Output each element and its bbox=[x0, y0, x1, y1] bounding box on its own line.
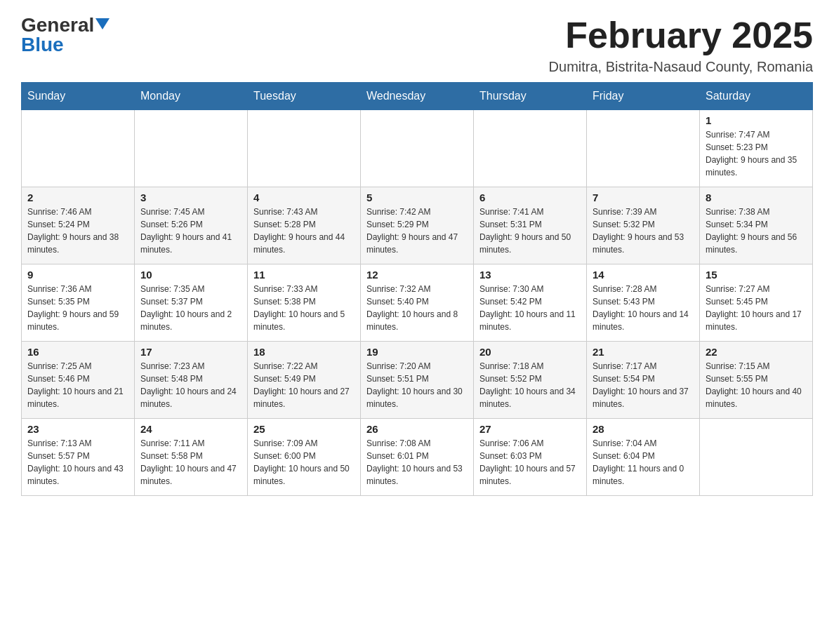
day-info: Sunrise: 7:41 AM Sunset: 5:31 PM Dayligh… bbox=[479, 206, 581, 256]
calendar-cell bbox=[22, 110, 135, 187]
day-number: 20 bbox=[479, 346, 581, 358]
day-number: 24 bbox=[140, 423, 241, 435]
day-info: Sunrise: 7:25 AM Sunset: 5:46 PM Dayligh… bbox=[27, 360, 128, 410]
day-number: 19 bbox=[366, 346, 468, 358]
month-title: February 2025 bbox=[549, 14, 813, 56]
calendar-header-saturday: Saturday bbox=[700, 83, 813, 110]
day-number: 1 bbox=[706, 114, 807, 126]
day-number: 21 bbox=[593, 346, 694, 358]
calendar-cell: 3Sunrise: 7:45 AM Sunset: 5:26 PM Daylig… bbox=[135, 187, 248, 264]
day-info: Sunrise: 7:23 AM Sunset: 5:48 PM Dayligh… bbox=[140, 360, 241, 410]
calendar-cell: 15Sunrise: 7:27 AM Sunset: 5:45 PM Dayli… bbox=[700, 264, 813, 342]
calendar-cell bbox=[700, 419, 813, 496]
calendar-cell: 2Sunrise: 7:46 AM Sunset: 5:24 PM Daylig… bbox=[22, 187, 135, 264]
calendar-cell: 7Sunrise: 7:39 AM Sunset: 5:32 PM Daylig… bbox=[587, 187, 700, 264]
calendar-cell: 5Sunrise: 7:42 AM Sunset: 5:29 PM Daylig… bbox=[361, 187, 474, 264]
calendar-cell: 8Sunrise: 7:38 AM Sunset: 5:34 PM Daylig… bbox=[700, 187, 813, 264]
calendar-cell: 26Sunrise: 7:08 AM Sunset: 6:01 PM Dayli… bbox=[361, 419, 474, 496]
day-info: Sunrise: 7:04 AM Sunset: 6:04 PM Dayligh… bbox=[593, 437, 694, 488]
calendar-cell: 19Sunrise: 7:20 AM Sunset: 5:51 PM Dayli… bbox=[361, 342, 474, 419]
day-number: 16 bbox=[27, 346, 128, 358]
calendar-cell bbox=[587, 110, 700, 187]
calendar-header-wednesday: Wednesday bbox=[361, 83, 474, 110]
day-number: 27 bbox=[479, 423, 581, 435]
day-number: 22 bbox=[706, 346, 807, 358]
calendar-cell bbox=[248, 110, 361, 187]
day-info: Sunrise: 7:30 AM Sunset: 5:42 PM Dayligh… bbox=[479, 283, 581, 333]
calendar-cell: 27Sunrise: 7:06 AM Sunset: 6:03 PM Dayli… bbox=[474, 419, 587, 496]
calendar-header-sunday: Sunday bbox=[22, 83, 135, 110]
calendar-cell bbox=[361, 110, 474, 187]
calendar-cell: 22Sunrise: 7:15 AM Sunset: 5:55 PM Dayli… bbox=[700, 342, 813, 419]
calendar-cell: 11Sunrise: 7:33 AM Sunset: 5:38 PM Dayli… bbox=[248, 264, 361, 342]
day-number: 7 bbox=[593, 192, 694, 203]
day-number: 9 bbox=[27, 269, 128, 281]
calendar-cell: 10Sunrise: 7:35 AM Sunset: 5:37 PM Dayli… bbox=[135, 264, 248, 342]
calendar-header-row: SundayMondayTuesdayWednesdayThursdayFrid… bbox=[22, 83, 813, 110]
calendar-cell: 6Sunrise: 7:41 AM Sunset: 5:31 PM Daylig… bbox=[474, 187, 587, 264]
day-info: Sunrise: 7:11 AM Sunset: 5:58 PM Dayligh… bbox=[140, 437, 241, 488]
day-number: 14 bbox=[593, 269, 694, 281]
day-number: 25 bbox=[253, 423, 355, 435]
calendar-week-row: 2Sunrise: 7:46 AM Sunset: 5:24 PM Daylig… bbox=[22, 187, 813, 264]
day-info: Sunrise: 7:15 AM Sunset: 5:55 PM Dayligh… bbox=[706, 360, 807, 410]
calendar-cell: 12Sunrise: 7:32 AM Sunset: 5:40 PM Dayli… bbox=[361, 264, 474, 342]
calendar-cell: 16Sunrise: 7:25 AM Sunset: 5:46 PM Dayli… bbox=[22, 342, 135, 419]
calendar-cell: 28Sunrise: 7:04 AM Sunset: 6:04 PM Dayli… bbox=[587, 419, 700, 496]
day-number: 10 bbox=[140, 269, 241, 281]
day-number: 23 bbox=[27, 423, 128, 435]
calendar-header-thursday: Thursday bbox=[474, 83, 587, 110]
day-info: Sunrise: 7:32 AM Sunset: 5:40 PM Dayligh… bbox=[366, 283, 468, 333]
page-header: General Blue February 2025 Dumitra, Bist… bbox=[21, 14, 813, 75]
day-info: Sunrise: 7:36 AM Sunset: 5:35 PM Dayligh… bbox=[27, 283, 128, 333]
day-info: Sunrise: 7:27 AM Sunset: 5:45 PM Dayligh… bbox=[706, 283, 807, 333]
day-number: 3 bbox=[140, 192, 241, 203]
calendar-cell bbox=[474, 110, 587, 187]
day-info: Sunrise: 7:43 AM Sunset: 5:28 PM Dayligh… bbox=[253, 206, 355, 256]
calendar-week-row: 16Sunrise: 7:25 AM Sunset: 5:46 PM Dayli… bbox=[22, 342, 813, 419]
calendar-cell: 1Sunrise: 7:47 AM Sunset: 5:23 PM Daylig… bbox=[700, 110, 813, 187]
day-info: Sunrise: 7:45 AM Sunset: 5:26 PM Dayligh… bbox=[140, 206, 241, 256]
day-info: Sunrise: 7:18 AM Sunset: 5:52 PM Dayligh… bbox=[479, 360, 581, 410]
calendar-cell: 13Sunrise: 7:30 AM Sunset: 5:42 PM Dayli… bbox=[474, 264, 587, 342]
day-number: 18 bbox=[253, 346, 355, 358]
day-info: Sunrise: 7:38 AM Sunset: 5:34 PM Dayligh… bbox=[706, 206, 807, 256]
day-number: 15 bbox=[706, 269, 807, 281]
day-info: Sunrise: 7:06 AM Sunset: 6:03 PM Dayligh… bbox=[479, 437, 581, 488]
day-info: Sunrise: 7:35 AM Sunset: 5:37 PM Dayligh… bbox=[140, 283, 241, 333]
calendar-header-monday: Monday bbox=[135, 83, 248, 110]
calendar-cell: 20Sunrise: 7:18 AM Sunset: 5:52 PM Dayli… bbox=[474, 342, 587, 419]
day-info: Sunrise: 7:08 AM Sunset: 6:01 PM Dayligh… bbox=[366, 437, 468, 488]
day-number: 28 bbox=[593, 423, 694, 435]
calendar-week-row: 23Sunrise: 7:13 AM Sunset: 5:57 PM Dayli… bbox=[22, 419, 813, 496]
calendar-cell: 24Sunrise: 7:11 AM Sunset: 5:58 PM Dayli… bbox=[135, 419, 248, 496]
calendar-cell: 21Sunrise: 7:17 AM Sunset: 5:54 PM Dayli… bbox=[587, 342, 700, 419]
title-area: February 2025 Dumitra, Bistrita-Nasaud C… bbox=[549, 14, 813, 75]
calendar-header-tuesday: Tuesday bbox=[248, 83, 361, 110]
logo-triangle-icon bbox=[95, 18, 110, 29]
day-number: 5 bbox=[366, 192, 468, 203]
day-info: Sunrise: 7:20 AM Sunset: 5:51 PM Dayligh… bbox=[366, 360, 468, 410]
day-number: 2 bbox=[27, 192, 128, 203]
day-number: 17 bbox=[140, 346, 241, 358]
calendar-header-friday: Friday bbox=[587, 83, 700, 110]
day-number: 26 bbox=[366, 423, 468, 435]
day-number: 13 bbox=[479, 269, 581, 281]
calendar-cell: 17Sunrise: 7:23 AM Sunset: 5:48 PM Dayli… bbox=[135, 342, 248, 419]
day-info: Sunrise: 7:39 AM Sunset: 5:32 PM Dayligh… bbox=[593, 206, 694, 256]
calendar-cell: 23Sunrise: 7:13 AM Sunset: 5:57 PM Dayli… bbox=[22, 419, 135, 496]
calendar-cell bbox=[135, 110, 248, 187]
day-number: 4 bbox=[253, 192, 355, 203]
day-number: 12 bbox=[366, 269, 468, 281]
logo-blue-text: Blue bbox=[21, 34, 64, 55]
calendar-cell: 18Sunrise: 7:22 AM Sunset: 5:49 PM Dayli… bbox=[248, 342, 361, 419]
day-info: Sunrise: 7:28 AM Sunset: 5:43 PM Dayligh… bbox=[593, 283, 694, 333]
day-info: Sunrise: 7:47 AM Sunset: 5:23 PM Dayligh… bbox=[706, 128, 807, 179]
calendar-week-row: 9Sunrise: 7:36 AM Sunset: 5:35 PM Daylig… bbox=[22, 264, 813, 342]
calendar-cell: 9Sunrise: 7:36 AM Sunset: 5:35 PM Daylig… bbox=[22, 264, 135, 342]
day-info: Sunrise: 7:09 AM Sunset: 6:00 PM Dayligh… bbox=[253, 437, 355, 488]
day-info: Sunrise: 7:42 AM Sunset: 5:29 PM Dayligh… bbox=[366, 206, 468, 256]
calendar-table: SundayMondayTuesdayWednesdayThursdayFrid… bbox=[21, 82, 813, 496]
calendar-cell: 25Sunrise: 7:09 AM Sunset: 6:00 PM Dayli… bbox=[248, 419, 361, 496]
day-info: Sunrise: 7:17 AM Sunset: 5:54 PM Dayligh… bbox=[593, 360, 694, 410]
